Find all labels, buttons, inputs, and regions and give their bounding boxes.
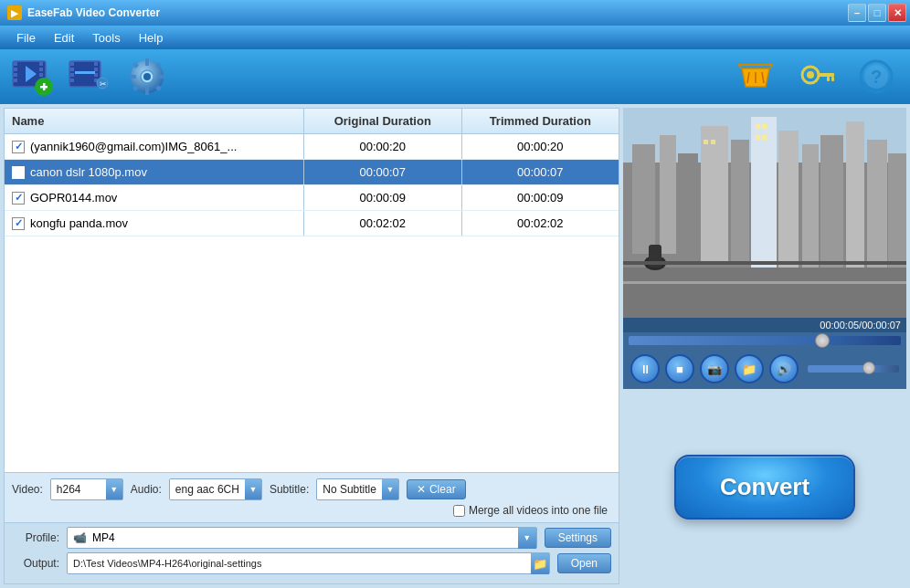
svg-text:?: ? [871,67,882,87]
settings-button[interactable] [122,54,172,100]
video-dropdown-arrow[interactable]: ▼ [106,479,122,499]
row-checkbox-1[interactable] [12,166,25,179]
screenshot-button[interactable]: 📷 [700,354,729,383]
row-orig-0: 00:00:20 [304,134,462,159]
table-row[interactable]: canon dslr 1080p.mov 00:00:07 00:00:07 [5,160,619,185]
svg-rect-4 [14,79,17,82]
subtitle-dropdown[interactable]: No Subtitle ▼ [316,478,399,500]
preview-panel: 00:00:05/00:00:07 ⏸ ■ 📷 📁 🔊 [623,108,906,584]
row-filename-1: canon dslr 1080p.mov [30,165,147,179]
key-icon [798,58,834,95]
svg-rect-76 [762,135,767,140]
toolbar: ✂ [0,49,910,104]
svg-rect-28 [129,75,136,79]
seek-thumb[interactable] [815,333,830,348]
license-button[interactable] [791,54,841,100]
svg-rect-47 [831,77,834,81]
subtitle-dropdown-arrow[interactable]: ▼ [382,479,398,499]
svg-rect-63 [867,140,887,272]
close-button[interactable]: ✕ [888,4,906,22]
svg-rect-7 [39,73,43,77]
table-row[interactable]: (yannik1960@gmail.com)IMG_8061_... 00:00… [5,134,619,160]
audio-dropdown-arrow[interactable]: ▼ [245,479,261,499]
row-checkbox-0[interactable] [12,141,25,153]
menu-help[interactable]: Help [130,28,173,47]
row-filename-2: GOPR0144.mov [30,191,117,205]
merge-label: Merge all videos into one file [469,504,608,517]
col-header-original: Original Duration [304,109,462,133]
profile-select[interactable]: 📹 MP4 ▼ [67,527,537,549]
row-trim-3: 00:02:02 [462,211,619,236]
svg-point-44 [807,71,814,79]
svg-point-35 [143,73,151,80]
file-panel: Name Original Duration Trimmed Duration … [4,108,619,584]
output-select[interactable]: D:\Test Videos\MP4-H264\original-setting… [67,552,550,574]
volume-button[interactable]: 🔊 [769,354,799,383]
stop-button[interactable]: ■ [665,354,694,383]
menu-edit[interactable]: Edit [45,28,83,47]
volume-bar[interactable] [808,365,899,373]
menu-file[interactable]: File [7,28,45,47]
subtitle-value: No Subtitle [317,480,382,499]
volume-icon: 🔊 [777,362,791,376]
maximize-button[interactable]: □ [868,4,886,22]
svg-rect-2 [14,68,17,71]
shop-button[interactable] [731,54,780,100]
svg-rect-73 [756,124,760,129]
video-dropdown[interactable]: h264 ▼ [50,478,123,500]
folder-button[interactable]: 📁 [735,354,764,383]
row-checkbox-2[interactable] [12,192,25,205]
controls-row: Video: h264 ▼ Audio: eng aac 6CH ▼ Subti… [12,478,611,500]
svg-rect-64 [888,153,906,272]
seek-bar[interactable] [629,336,901,345]
svg-rect-16 [70,73,74,77]
folder-icon: 📁 [742,362,757,376]
svg-rect-15 [70,68,74,71]
row-checkbox-3[interactable] [12,217,25,230]
svg-rect-74 [762,124,767,129]
menu-tools[interactable]: Tools [83,28,129,47]
seek-bar-wrap [623,332,906,349]
table-row[interactable]: kongfu panda.mov 00:02:02 00:02:02 [5,211,619,236]
svg-rect-56 [701,126,728,263]
svg-rect-60 [802,144,819,272]
volume-thumb[interactable] [862,362,875,374]
clear-icon: ✕ [417,483,426,496]
col-header-name: Name [5,109,304,133]
output-row: Output: D:\Test Videos\MP4-H264\original… [12,552,611,574]
open-button[interactable]: Open [557,553,611,573]
edit-video-button[interactable]: ✂ [66,54,115,100]
profile-area: Profile: 📹 MP4 ▼ Settings Output: D:\Tes… [5,522,619,583]
profile-dropdown-arrow[interactable]: ▼ [518,527,536,549]
add-video-button[interactable] [9,54,58,100]
pause-icon: ⏸ [640,362,651,376]
row-filename-0: (yannik1960@gmail.com)IMG_8061_... [30,140,237,153]
clear-button[interactable]: ✕ Clear [407,479,466,499]
svg-rect-72 [711,140,715,144]
playback-controls: ⏸ ■ 📷 📁 🔊 [623,349,906,389]
svg-rect-6 [39,68,43,71]
audio-dropdown[interactable]: eng aac 6CH ▼ [169,478,262,500]
basket-icon [736,58,775,96]
minimize-button[interactable]: – [848,4,866,22]
merge-checkbox[interactable] [453,505,465,517]
output-folder-icon[interactable]: 📁 [531,552,549,574]
output-label: Output: [12,557,59,570]
profile-row: Profile: 📹 MP4 ▼ Settings [12,527,611,549]
pause-button[interactable]: ⏸ [630,354,660,383]
audio-value: eng aac 6CH [170,480,245,499]
svg-rect-3 [14,73,17,77]
profile-icon: 📹 [73,531,87,544]
row-orig-2: 00:00:09 [304,185,462,210]
table-row[interactable]: GOPR0144.mov 00:00:09 00:00:09 [5,185,619,211]
main-area: Name Original Duration Trimmed Duration … [0,104,910,588]
video-value: h264 [51,480,106,499]
svg-rect-1 [14,62,17,66]
svg-rect-62 [846,121,864,272]
file-table: Name Original Duration Trimmed Duration … [5,109,619,290]
svg-rect-75 [756,135,760,140]
convert-button[interactable]: Convert [674,455,855,520]
settings-button-profile[interactable]: Settings [545,528,611,548]
help-button[interactable]: ? [852,54,901,100]
svg-rect-17 [70,79,74,82]
